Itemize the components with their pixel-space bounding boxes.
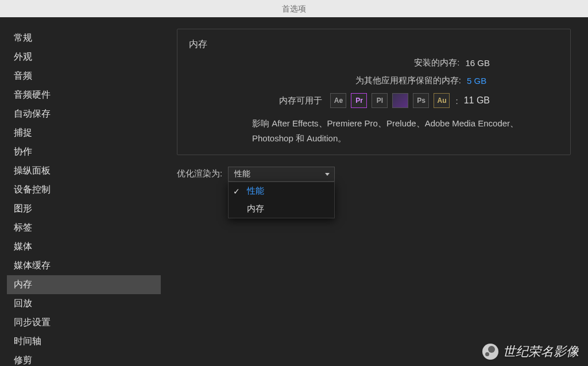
sidebar-item-control-surface[interactable]: 操纵面板	[7, 161, 167, 180]
sidebar-item-labels[interactable]: 标签	[7, 218, 167, 237]
sidebar-item-media[interactable]: 媒体	[7, 237, 167, 256]
sidebar-item-collaboration[interactable]: 协作	[7, 142, 167, 161]
app-icon-me	[392, 93, 408, 108]
optimize-label: 优化渲染为:	[177, 167, 222, 179]
installed-memory-value: 16 GB	[465, 58, 490, 68]
installed-memory-label: 安装的内存:	[414, 57, 459, 68]
sidebar-item-graphics[interactable]: 图形	[7, 199, 167, 218]
sidebar-item-timeline[interactable]: 时间轴	[7, 332, 167, 351]
chevron-down-icon	[325, 173, 330, 176]
sidebar-item-media-cache[interactable]: 媒体缓存	[7, 256, 167, 275]
optimize-option-memory[interactable]: 内存	[229, 200, 334, 218]
memory-panel: 内存 安装的内存: 16 GB 为其他应用程序保留的内存: 5 GB 内存可用于…	[177, 29, 571, 155]
app-icon-ps: Ps	[413, 93, 429, 108]
sidebar-item-memory[interactable]: 内存	[7, 275, 161, 294]
reserved-memory-label: 为其他应用程序保留的内存:	[355, 75, 461, 86]
app-icon-pr: Pr	[351, 93, 367, 108]
titlebar: 首选项	[0, 0, 588, 17]
check-icon: ✓	[233, 187, 242, 196]
available-memory-value: 11 GB	[464, 95, 490, 106]
sidebar: 常规 外观 音频 音频硬件 自动保存 捕捉 协作 操纵面板 设备控制 图形 标签…	[0, 17, 167, 366]
sidebar-item-auto-save[interactable]: 自动保存	[7, 105, 167, 124]
weibo-icon	[482, 344, 498, 360]
optimize-dropdown-list: ✓ 性能 内存	[228, 182, 335, 218]
window-title: 首选项	[282, 4, 306, 13]
panel-title: 内存	[189, 38, 559, 51]
watermark: 世纪荣名影像	[482, 343, 579, 360]
optimize-row: 优化渲染为: 性能 ✓ 性能 内存	[177, 167, 571, 182]
preferences-content: 常规 外观 音频 音频硬件 自动保存 捕捉 协作 操纵面板 设备控制 图形 标签…	[0, 17, 588, 366]
optimize-selected-value: 性能	[234, 169, 250, 179]
sidebar-item-audio[interactable]: 音频	[7, 67, 167, 86]
app-icon-pl: Pl	[372, 93, 388, 108]
sidebar-item-appearance[interactable]: 外观	[7, 48, 167, 67]
app-icon-au: Au	[434, 93, 450, 108]
sidebar-item-trim[interactable]: 修剪	[7, 351, 167, 366]
optimize-dropdown[interactable]: 性能	[228, 167, 335, 182]
main-panel: 内存 安装的内存: 16 GB 为其他应用程序保留的内存: 5 GB 内存可用于…	[167, 17, 588, 366]
reserved-memory-value[interactable]: 5 GB	[467, 76, 490, 86]
sidebar-item-device-control[interactable]: 设备控制	[7, 180, 167, 199]
sidebar-item-sync-settings[interactable]: 同步设置	[7, 313, 167, 332]
available-memory-label: 内存可用于	[279, 95, 322, 106]
sidebar-item-audio-hardware[interactable]: 音频硬件	[7, 86, 167, 105]
sidebar-item-capture[interactable]: 捕捉	[7, 124, 167, 142]
watermark-text: 世纪荣名影像	[503, 343, 579, 360]
optimize-option-performance[interactable]: ✓ 性能	[229, 182, 334, 200]
sidebar-item-playback[interactable]: 回放	[7, 294, 167, 313]
installed-memory-row: 安装的内存: 16 GB	[189, 57, 559, 68]
app-icon-ae: Ae	[330, 93, 346, 108]
colon: :	[454, 96, 459, 106]
sidebar-item-general[interactable]: 常规	[7, 29, 167, 48]
available-memory-row: 内存可用于 Ae Pr Pl Ps Au : 11 GB	[189, 93, 559, 108]
reserved-memory-row: 为其他应用程序保留的内存: 5 GB	[189, 75, 559, 86]
memory-note: 影响 After Effects、Premiere Pro、Prelude、Ad…	[189, 116, 559, 145]
